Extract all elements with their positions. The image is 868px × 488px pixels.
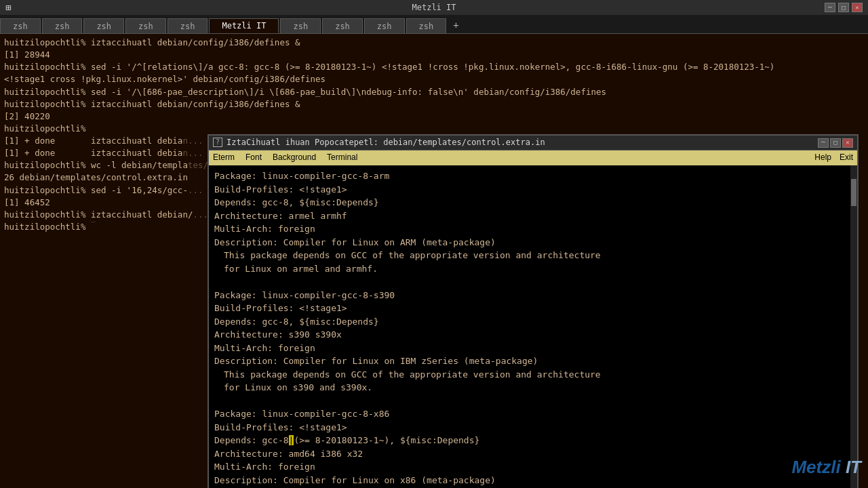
term-line-6: huitzilopochtli% iztaccihuatl debian/con…: [4, 98, 864, 110]
fline-4: Architecture: armel armhf: [214, 209, 852, 223]
fline-16: This package depends on GCC of the appro…: [214, 368, 852, 382]
term-line-4: <!stage1 cross !pkg.linux.nokernel>' deb…: [4, 73, 864, 85]
fline-10: Package: linux-compiler-gcc-8-s390: [214, 289, 852, 302]
menu-help[interactable]: Help: [814, 152, 831, 163]
menu-font[interactable]: Font: [245, 152, 262, 163]
maximize-button[interactable]: □: [838, 3, 849, 12]
main-terminal: huitzilopochtli% iztaccihuatl debian/con…: [0, 34, 868, 488]
fline-2: Build-Profiles: <!stage1>: [214, 183, 852, 197]
float-maximize-button[interactable]: □: [830, 138, 841, 148]
highlight-cursor: |: [289, 435, 294, 445]
scrollbar-thumb[interactable]: [851, 179, 856, 206]
tab-zsh-8[interactable]: zsh: [364, 18, 405, 33]
fline-17: for Linux on s390 and s390x.: [214, 381, 852, 394]
menu-eterm[interactable]: Eterm: [213, 152, 235, 163]
fline-5: Multi-Arch: foreign: [214, 222, 852, 236]
fline-14: Multi-Arch: foreign: [214, 342, 852, 355]
fline-19: Package: linux-compiler-gcc-8-x86: [214, 407, 852, 421]
tab-zsh-6[interactable]: zsh: [280, 18, 321, 33]
fline-20: Build-Profiles: <!stage1>: [214, 421, 852, 434]
float-minimize-button[interactable]: ─: [818, 138, 829, 148]
tab-zsh-3[interactable]: zsh: [83, 18, 124, 33]
term-line-8: huitzilopochtli%: [4, 123, 864, 135]
fline-7: This package depends on GCC of the appro…: [214, 249, 852, 262]
tab-zsh-9[interactable]: zsh: [406, 18, 447, 33]
new-tab-button[interactable]: +: [448, 17, 464, 33]
menu-background[interactable]: Background: [273, 152, 316, 163]
tab-metzli-it[interactable]: Metzli IT: [209, 18, 279, 33]
fline-8: for Linux on armel and armhf.: [214, 262, 852, 276]
fline-12: Depends: gcc-8, ${misc:Depends}: [214, 315, 852, 329]
tab-zsh-5[interactable]: zsh: [167, 18, 208, 33]
tab-zsh-7[interactable]: zsh: [322, 18, 363, 33]
fline-6: Description: Compiler for Linux on ARM (…: [214, 236, 852, 249]
fline-21: Depends: gcc-8|(>= 8-20180123-1~), ${mis…: [214, 434, 852, 447]
fline-15: Description: Compiler for Linux on IBM z…: [214, 354, 852, 368]
term-line-5: huitzilopochtli% sed -i '/\[686-pae_desc…: [4, 86, 864, 98]
main-title: Metzli IT: [412, 3, 456, 12]
float-close-button[interactable]: ✕: [842, 138, 853, 148]
fline-23: Multi-Arch: foreign: [214, 460, 852, 474]
float-content[interactable]: Package: linux-compiler-gcc-8-arm Build-…: [209, 165, 857, 488]
fline-22: Architecture: amd64 i386 x32: [214, 447, 852, 461]
fline-11: Build-Profiles: <!stage1>: [214, 302, 852, 315]
tab-zsh-4[interactable]: zsh: [125, 18, 166, 33]
term-line-1: huitzilopochtli% iztaccihuatl debian/con…: [4, 37, 864, 49]
float-title: IztaCihuatl ihuan Popocatepetl: debian/t…: [226, 137, 545, 148]
fline-18: [214, 394, 852, 408]
float-menubar: Eterm Font Background Terminal Help Exit: [209, 150, 857, 165]
float-scrollbar[interactable]: [850, 165, 857, 488]
float-icon: ?: [213, 138, 222, 147]
float-titlebar: ? IztaCihuatl ihuan Popocatepetl: debian…: [209, 136, 857, 150]
app-icon: ⊞: [5, 2, 11, 13]
fline-24: Description: Compiler for Linux on x86 (…: [214, 474, 852, 487]
fline-13: Architecture: s390 s390x: [214, 328, 852, 342]
minimize-button[interactable]: ─: [825, 3, 835, 12]
fline-1: Package: linux-compiler-gcc-8-arm: [214, 169, 852, 183]
close-button[interactable]: ✕: [852, 3, 863, 12]
float-window: ? IztaCihuatl ihuan Popocatepetl: debian…: [208, 134, 859, 488]
fline-9: [214, 275, 852, 289]
term-line-3: huitzilopochtli% sed -i '/^[relations\]/…: [4, 61, 864, 73]
tab-zsh-2[interactable]: zsh: [42, 18, 83, 33]
term-line-2: [1] 28944: [4, 49, 864, 61]
fline-3: Depends: gcc-8, ${misc:Depends}: [214, 196, 852, 209]
menu-exit[interactable]: Exit: [840, 152, 853, 163]
menu-terminal[interactable]: Terminal: [327, 152, 357, 163]
tab-zsh-1[interactable]: zsh: [0, 18, 41, 33]
term-line-7: [2] 40220: [4, 110, 864, 123]
main-titlebar: ⊞ Metzli IT ─ □ ✕: [0, 0, 868, 15]
tab-bar: zsh zsh zsh zsh zsh Metzli IT zsh zsh zs…: [0, 15, 868, 34]
